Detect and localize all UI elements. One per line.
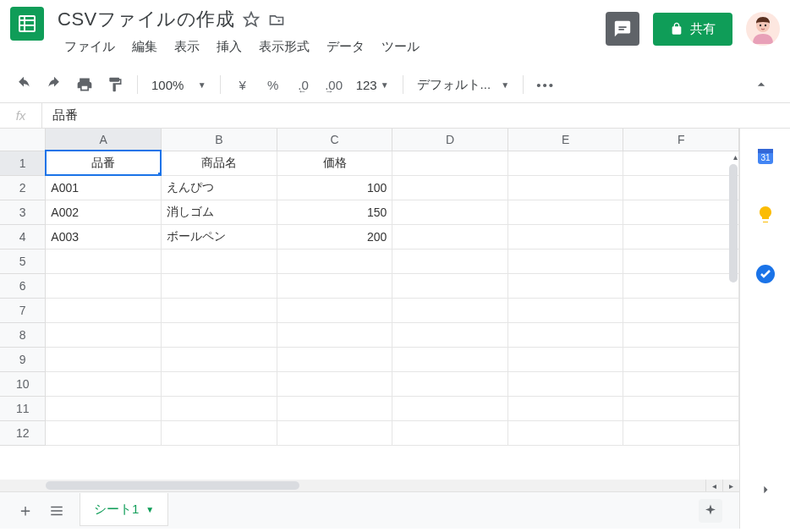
column-header-C[interactable]: C [277,129,392,151]
menu-ファイル[interactable]: ファイル [58,36,122,58]
font-dropdown[interactable]: デフォルト... ▼ [412,74,515,96]
row-header-1[interactable]: 1 [0,151,46,175]
column-header-B[interactable]: B [161,129,277,151]
cell-A6[interactable] [46,273,162,298]
menu-挿入[interactable]: 挿入 [210,36,249,58]
move-icon[interactable] [268,11,285,28]
column-header-A[interactable]: A [46,129,162,151]
row-header-10[interactable]: 10 [0,371,46,396]
menu-表示形式[interactable]: 表示形式 [252,36,316,58]
cell-A5[interactable] [46,249,162,273]
cell-D4[interactable] [392,224,508,249]
cell-F3[interactable] [623,200,739,224]
cell-D5[interactable] [392,249,508,273]
row-header-2[interactable]: 2 [0,175,46,200]
select-all-corner[interactable] [0,129,46,151]
cell-E10[interactable] [507,371,623,396]
scroll-right-button[interactable]: ▸ [722,480,739,491]
cell-D6[interactable] [392,273,508,298]
paint-format-button[interactable] [101,72,129,97]
cell-D2[interactable] [392,175,508,200]
cell-D8[interactable] [392,322,508,347]
scroll-up-button[interactable]: ▴ [733,152,738,162]
star-icon[interactable] [243,11,260,28]
cell-B8[interactable] [161,322,277,347]
vertical-scrollbar[interactable] [729,164,738,282]
cell-A9[interactable] [46,347,162,371]
cell-C4[interactable]: 200 [277,224,392,249]
increase-decimal-button[interactable]: .00→ [321,72,348,97]
cell-F6[interactable] [623,273,739,298]
cell-A2[interactable]: A001 [46,175,162,200]
row-header-11[interactable]: 11 [0,396,46,420]
side-panel-toggle[interactable] [757,481,774,502]
row-header-9[interactable]: 9 [0,347,46,371]
more-tools-button[interactable]: ••• [532,72,559,97]
cell-E12[interactable] [507,420,623,445]
menu-データ[interactable]: データ [320,36,371,58]
sheet-tab-menu-icon[interactable]: ▼ [145,505,154,514]
row-header-8[interactable]: 8 [0,322,46,347]
decrease-decimal-button[interactable]: .0← [290,72,317,97]
cell-E7[interactable] [507,298,623,322]
cell-C12[interactable] [277,420,392,445]
cell-C3[interactable]: 150 [277,200,392,224]
number-format-dropdown[interactable]: 123▼ [351,74,394,96]
comments-button[interactable] [606,12,639,46]
collapse-toolbar-button[interactable] [743,73,780,96]
add-sheet-button[interactable]: ＋ [17,499,34,522]
cell-A11[interactable] [46,396,162,420]
column-header-E[interactable]: E [507,129,623,151]
cell-B10[interactable] [161,371,277,396]
cell-B4[interactable]: ボールペン [161,224,277,249]
cell-D1[interactable] [392,151,508,175]
column-header-F[interactable]: F [623,129,739,151]
cell-F1[interactable] [623,151,739,175]
currency-button[interactable]: ¥ [229,72,256,97]
row-header-6[interactable]: 6 [0,273,46,298]
scroll-left-button[interactable]: ◂ [705,480,722,491]
cell-A10[interactable] [46,371,162,396]
account-avatar[interactable] [746,12,780,46]
cell-A8[interactable] [46,322,162,347]
cell-C8[interactable] [277,322,392,347]
row-header-12[interactable]: 12 [0,420,46,445]
menu-ツール[interactable]: ツール [375,36,426,58]
cell-E3[interactable] [507,200,623,224]
cell-D3[interactable] [392,200,508,224]
cell-C6[interactable] [277,273,392,298]
percent-button[interactable]: % [260,72,287,97]
cell-A1[interactable]: 品番 [46,151,162,175]
document-title[interactable]: CSVファイルの作成 [58,7,234,32]
cell-D9[interactable] [392,347,508,371]
cell-B2[interactable]: えんぴつ [161,175,277,200]
cell-E2[interactable] [507,175,623,200]
cell-E1[interactable] [507,151,623,175]
cell-E8[interactable] [507,322,623,347]
horizontal-scrollbar[interactable] [46,481,299,490]
cell-A7[interactable] [46,298,162,322]
cell-C9[interactable] [277,347,392,371]
cell-B9[interactable] [161,347,277,371]
cell-F5[interactable] [623,249,739,273]
cell-D7[interactable] [392,298,508,322]
cell-C7[interactable] [277,298,392,322]
cell-B7[interactable] [161,298,277,322]
cell-D12[interactable] [392,420,508,445]
keep-icon[interactable] [755,205,776,225]
cell-F11[interactable] [623,396,739,420]
formula-input[interactable] [42,103,790,128]
cell-F10[interactable] [623,371,739,396]
cell-C10[interactable] [277,371,392,396]
column-header-D[interactable]: D [392,129,508,151]
sheets-logo[interactable] [10,7,44,41]
tasks-icon[interactable] [755,264,776,284]
menu-表示[interactable]: 表示 [167,36,206,58]
cell-A12[interactable] [46,420,162,445]
cell-C11[interactable] [277,396,392,420]
cell-B1[interactable]: 商品名 [161,151,277,175]
spreadsheet-grid[interactable]: ABCDEF1品番商品名価格2A001えんぴつ1003A002消しゴム1504A… [0,129,739,446]
cell-E5[interactable] [507,249,623,273]
print-button[interactable] [71,72,98,97]
cell-E6[interactable] [507,273,623,298]
